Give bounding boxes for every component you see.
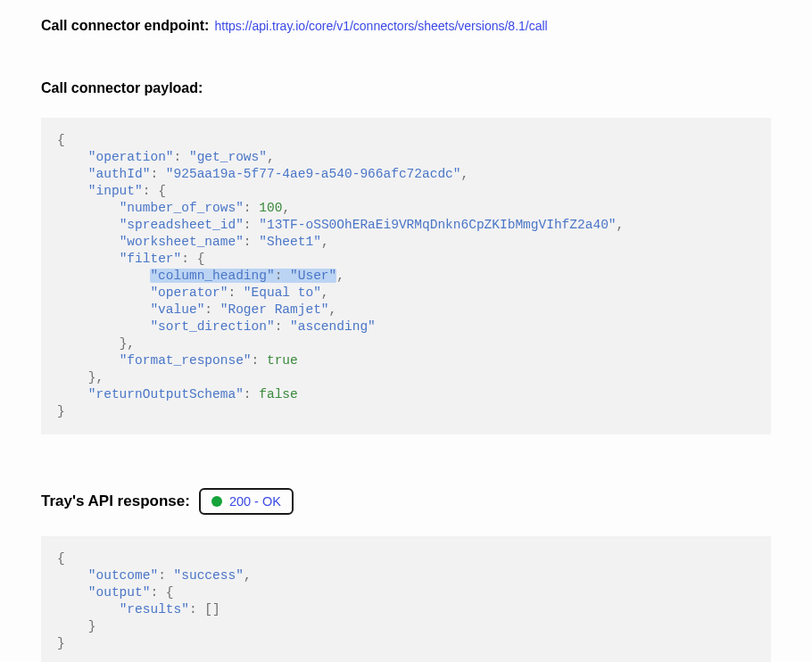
endpoint-link[interactable]: https://api.tray.io/core/v1/connectors/s… [214,19,547,33]
endpoint-row: Call connector endpoint: https://api.tra… [41,18,771,37]
endpoint-label: Call connector endpoint: [41,18,209,34]
payload-code-block[interactable]: { "operation": "get_rows", "authId": "92… [41,118,771,434]
status-badge: 200 - OK [199,488,294,515]
status-text: 200 - OK [229,494,281,509]
status-dot-icon [211,496,222,507]
response-row: Tray's API response: 200 - OK [41,488,771,515]
response-label: Tray's API response: [41,492,190,510]
payload-label: Call connector payload: [41,80,771,96]
response-code-block[interactable]: { "outcome": "success", "output": { "res… [41,536,771,662]
